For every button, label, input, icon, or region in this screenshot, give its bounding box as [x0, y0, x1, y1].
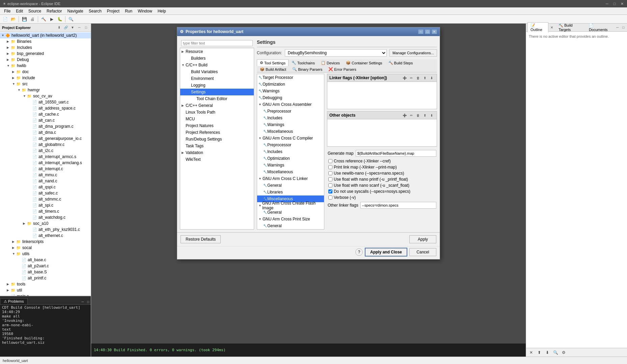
list-item[interactable]: ▶ 📁 util	[0, 287, 91, 293]
stree-cc-preproc[interactable]: 🔧 Preprocessor	[257, 142, 324, 148]
list-item[interactable]: 📄 alt_watchdog.c	[0, 214, 91, 220]
list-item[interactable]: ▼ 📁 src	[0, 81, 91, 87]
manage-configurations-btn[interactable]: Manage Configurations...	[389, 49, 437, 57]
right-panel-max-btn[interactable]: □	[621, 25, 626, 30]
list-item[interactable]: 📄 alt_sdmmc.c	[0, 196, 91, 202]
nav-run-debug[interactable]: Run/Debug Settings	[180, 136, 254, 143]
list-item[interactable]: 📄 alt_dma_program.c	[0, 123, 91, 129]
list-item[interactable]: 📄 alt_p2uart.c	[0, 263, 91, 269]
nav-environment[interactable]: Environment	[180, 75, 254, 82]
nav-linux-tools[interactable]: Linux Tools Path	[180, 109, 254, 116]
list-item[interactable]: 📄 alt_safec.c	[0, 190, 91, 196]
list-item[interactable]: ▼ 📁 hwlib	[0, 63, 91, 69]
close-btn[interactable]: ✕	[620, 2, 624, 6]
tab-container-settings[interactable]: 📦 Container Settings	[343, 59, 385, 66]
stree-asm-warnings[interactable]: 🔧 Warnings	[257, 121, 324, 128]
tab-build-targets[interactable]: 🔨 Build Targets	[555, 22, 584, 33]
apply-and-close-btn[interactable]: Apply and Close	[365, 248, 407, 256]
nav-cpp-build[interactable]: ▼ C/C++ Build	[180, 62, 254, 68]
tab-build-artifact[interactable]: 📦 Build Artifact	[257, 66, 289, 72]
tab-outline[interactable]: 📝 Outline	[527, 22, 548, 33]
modal-minimize-btn[interactable]: ─	[418, 29, 424, 34]
list-item[interactable]: 📄 alt_interrupt.c	[0, 166, 91, 172]
list-item[interactable]: 📄 alt_interrupt_armcc.s	[0, 154, 91, 160]
stree-print-size[interactable]: ▼ GNU Arm Cross Print Size	[257, 216, 324, 222]
menu-window[interactable]: Window	[135, 8, 155, 14]
right-toolbar-btn3[interactable]: ⬇	[544, 349, 551, 356]
list-item[interactable]: ▼ 🔶 helloworld_uart (in helloworld_uart2…	[0, 32, 91, 38]
explorer-max-btn[interactable]: □	[83, 25, 89, 30]
add-obj-btn[interactable]: ➕	[402, 112, 408, 118]
list-item[interactable]: ▶ 📁 Binaries	[0, 38, 91, 44]
menu-navigate[interactable]: Navigate	[64, 8, 86, 14]
explorer-min-btn[interactable]: ─	[77, 25, 82, 30]
edit-btn[interactable]: ✏	[408, 75, 414, 81]
nav-settings[interactable]: Settings	[180, 89, 254, 95]
minimize-btn[interactable]: ─	[605, 2, 609, 6]
stree-cc-warnings[interactable]: 🔧 Warnings	[257, 162, 324, 169]
list-item[interactable]: 📄 alt_address_space.c	[0, 105, 91, 111]
newlib-nano-checkbox[interactable]	[328, 171, 332, 175]
menu-help[interactable]: Help	[155, 8, 169, 14]
list-item[interactable]: ▶ 📁 doc	[0, 69, 91, 75]
menu-source[interactable]: Source	[26, 8, 44, 14]
delete-obj-btn[interactable]: 🗑	[415, 112, 421, 118]
tab-toolchains[interactable]: 🔧 Toolchains	[289, 59, 318, 66]
stree-cl-libs[interactable]: 🔧 Libraries	[257, 189, 324, 195]
stree-target-proc[interactable]: 🔧 Target Processor	[257, 74, 324, 81]
explorer-menu-btn[interactable]: ▼	[70, 25, 75, 30]
nav-wikitext[interactable]: WikiText	[180, 156, 254, 163]
list-item[interactable]: 📄 alt_globaltmr.c	[0, 142, 91, 148]
list-item[interactable]: 📄 alt_ethernet.c	[0, 233, 91, 239]
list-item[interactable]: ▶ 📁 linkerscripts	[0, 239, 91, 245]
list-item[interactable]: 📄 alt_interrupt_armclang.s	[0, 160, 91, 166]
stree-cc-opt[interactable]: 🔧 Optimization	[257, 155, 324, 162]
stree-c-compiler[interactable]: ▼ GNU Arm Cross C Compiler	[257, 135, 324, 142]
tab-devices[interactable]: 📋 Devices	[318, 59, 343, 66]
list-item[interactable]: 📄 alt_qspi.c	[0, 184, 91, 190]
nav-toolchain-editor[interactable]: Tool Chain Editor	[180, 95, 254, 102]
stree-assembler[interactable]: ▼ GNU Arm Cross Assembler	[257, 101, 324, 108]
add-btn[interactable]: ➕	[402, 75, 408, 81]
apply-btn[interactable]: Apply	[409, 235, 436, 243]
nav-resource[interactable]: ▶ Resource	[180, 48, 254, 55]
console-min-btn[interactable]: ─	[80, 299, 85, 304]
print-btn[interactable]: 🖨	[29, 16, 36, 23]
menu-edit[interactable]: Edit	[13, 8, 26, 14]
tab-problems[interactable]: ⚠ Problems	[0, 298, 28, 304]
list-item[interactable]: 📄 alt_dma.c	[0, 129, 91, 135]
list-item[interactable]: ▼ 📁 utils	[0, 251, 91, 257]
list-item[interactable]: 📄 alt_generalpurpose_io.c	[0, 135, 91, 142]
list-item[interactable]: ▶ 📁 Includes	[0, 44, 91, 51]
nav-task-tags[interactable]: Task Tags	[180, 143, 254, 149]
other-flags-input[interactable]	[360, 202, 436, 209]
list-item[interactable]: ▼ 📁 soc_cv_av	[0, 93, 91, 99]
nav-builders[interactable]: Builders	[180, 55, 254, 62]
no-syscalls-checkbox[interactable]	[328, 189, 332, 193]
stree-asm-misc[interactable]: 🔧 Miscellaneous	[257, 128, 324, 135]
stree-flash[interactable]: ▼ GNU Arm Cross Create Flash Image	[257, 202, 324, 209]
tab-binary-parsers[interactable]: 🔍 Binary Parsers	[289, 66, 325, 72]
right-panel-min-btn[interactable]: ─	[615, 25, 620, 30]
tab-documents[interactable]: 📄 Documents	[586, 22, 612, 33]
list-item[interactable]: 📄 alt_base.S	[0, 269, 91, 275]
help-btn[interactable]: ?	[355, 248, 363, 256]
new-btn[interactable]: 📄	[1, 16, 9, 23]
open-btn[interactable]: 📂	[9, 16, 17, 23]
list-item[interactable]: 📄 alt_base.c	[0, 257, 91, 263]
stree-c-linker[interactable]: ▼ GNU Arm Cross C Linker	[257, 175, 324, 182]
print-map-checkbox[interactable]	[328, 165, 332, 169]
menu-project[interactable]: Project	[104, 8, 122, 14]
menu-search[interactable]: Search	[86, 8, 104, 14]
stree-ps-general[interactable]: 🔧 General	[257, 222, 324, 229]
list-item[interactable]: 📄 alt_timers.c	[0, 208, 91, 214]
verbose-checkbox[interactable]	[328, 195, 332, 200]
restore-defaults-btn[interactable]: Restore Defaults	[181, 235, 221, 243]
edit-obj-btn[interactable]: ✏	[408, 112, 414, 118]
list-item[interactable]: 📄 alt_nand.c	[0, 178, 91, 184]
list-item[interactable]: 📄 alt_cache.c	[0, 111, 91, 117]
menu-run[interactable]: Run	[122, 8, 135, 14]
float-printf-checkbox[interactable]	[328, 177, 332, 181]
filter-input[interactable]	[181, 40, 253, 46]
stree-debugging[interactable]: 🔧 Debugging	[257, 94, 324, 101]
